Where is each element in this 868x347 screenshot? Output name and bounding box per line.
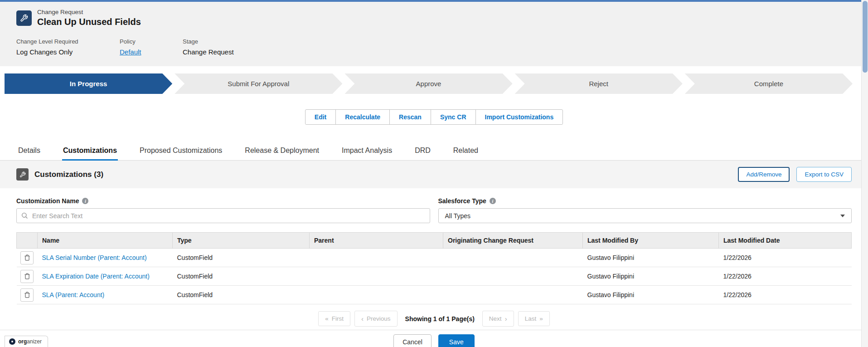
customizations-wrench-icon xyxy=(16,168,29,181)
next-page-label: Next xyxy=(489,315,502,322)
cancel-button[interactable]: Cancel xyxy=(393,334,432,347)
first-page-label: First xyxy=(332,315,344,322)
last-page-button[interactable]: Last xyxy=(518,311,550,326)
filter-bar: Customization Name Salesforce Type All T… xyxy=(0,197,868,223)
column-header-parent: Parent xyxy=(310,233,443,249)
tab-bar: Details Customizations Proposed Customiz… xyxy=(0,141,868,161)
column-header-originating-change-request: Originating Change Request xyxy=(443,233,583,249)
originating-change-request-cell xyxy=(443,286,583,304)
card-bottom-divider xyxy=(0,330,868,330)
table-row: SLA (Parent: Account) CustomField Gustav… xyxy=(17,286,852,304)
organizer-badge[interactable]: organizer xyxy=(5,336,48,347)
customization-link[interactable]: SLA (Parent: Account) xyxy=(42,291,105,298)
customization-name-label: Customization Name xyxy=(16,197,79,205)
field-value: Log Changes Only xyxy=(16,48,120,56)
stage-label: Reject xyxy=(589,80,608,88)
vertical-scrollbar[interactable] xyxy=(861,0,868,347)
search-icon xyxy=(21,212,28,219)
stage-approve[interactable]: Approve xyxy=(344,73,512,94)
delete-column-header xyxy=(17,233,38,249)
add-remove-button[interactable]: Add/Remove xyxy=(738,167,790,182)
import-customizations-button[interactable]: Import Customizations xyxy=(475,109,563,125)
stage-submit-for-approval[interactable]: Submit For Approval xyxy=(175,73,342,94)
field-value: Change Request xyxy=(183,48,234,56)
export-to-csv-button[interactable]: Export to CSV xyxy=(796,167,852,182)
record-type-label: Change Request xyxy=(37,9,141,15)
next-page-button[interactable]: Next xyxy=(482,311,514,327)
field-change-level-required: Change Level Required Log Changes Only xyxy=(16,38,120,56)
organizer-logo-text: organizer xyxy=(18,338,42,345)
table-header-row: Name Type Parent Originating Change Requ… xyxy=(17,233,852,249)
field-label: Policy xyxy=(120,38,183,45)
previous-page-button[interactable]: Previous xyxy=(354,311,398,327)
info-icon[interactable] xyxy=(82,198,88,204)
customization-link[interactable]: SLA Serial Number (Parent: Account) xyxy=(42,254,147,261)
field-label: Stage xyxy=(183,38,234,45)
sync-cr-button[interactable]: Sync CR xyxy=(431,109,476,125)
delete-row-button[interactable] xyxy=(20,270,34,283)
type-cell: CustomField xyxy=(173,249,310,267)
tab-impact-analysis[interactable]: Impact Analysis xyxy=(341,141,393,160)
save-button[interactable]: Save xyxy=(438,334,475,347)
stage-path: In Progress Submit For Approval Approve … xyxy=(5,73,853,94)
chevron-down-icon xyxy=(840,215,845,217)
last-modified-date-cell: 1/22/2026 xyxy=(719,267,852,286)
record-action-bar: Edit Recalculate Rescan Sync CR Import C… xyxy=(0,109,868,125)
originating-change-request-cell xyxy=(443,249,583,267)
rescan-button[interactable]: Rescan xyxy=(389,109,431,125)
customizations-section-header: Customizations (3) Add/Remove Export to … xyxy=(0,161,868,188)
last-modified-by-cell: Gustavo Filippini xyxy=(583,267,719,286)
last-page-label: Last xyxy=(525,315,537,322)
pagination-status: Showing 1 of 1 Page(s) xyxy=(405,315,475,323)
customization-name-filter: Customization Name xyxy=(16,197,430,223)
recalculate-button[interactable]: Recalculate xyxy=(335,109,390,125)
policy-link[interactable]: Default xyxy=(120,48,141,56)
footer-actions: Cancel Save xyxy=(0,334,868,347)
parent-cell xyxy=(310,249,443,267)
stage-reject[interactable]: Reject xyxy=(515,73,683,94)
table-row: SLA Expiration Date (Parent: Account) Cu… xyxy=(17,267,852,286)
pagination: First Previous Showing 1 of 1 Page(s) Ne… xyxy=(0,311,868,327)
type-cell: CustomField xyxy=(173,267,310,286)
delete-row-button[interactable] xyxy=(20,251,34,264)
edit-button[interactable]: Edit xyxy=(305,109,336,125)
type-cell: CustomField xyxy=(173,286,310,304)
column-header-name: Name xyxy=(38,233,173,249)
salesforce-type-select[interactable]: All Types xyxy=(438,208,852,223)
customization-link[interactable]: SLA Expiration Date (Parent: Account) xyxy=(42,273,150,280)
customization-name-search-input[interactable] xyxy=(16,208,430,223)
change-request-page: Change Request Clean Up Unused Fields Ch… xyxy=(0,0,868,347)
page-header: Change Request Clean Up Unused Fields Ch… xyxy=(0,2,868,66)
stage-label: Submit For Approval xyxy=(228,80,289,88)
previous-page-label: Previous xyxy=(367,315,391,322)
tab-customizations[interactable]: Customizations xyxy=(62,141,118,161)
tab-release-deployment[interactable]: Release & Deployment xyxy=(244,141,320,160)
change-request-icon xyxy=(16,10,32,26)
tab-related[interactable]: Related xyxy=(452,141,479,160)
last-modified-by-cell: Gustavo Filippini xyxy=(583,249,719,267)
tab-proposed-customizations[interactable]: Proposed Customizations xyxy=(139,141,223,160)
stage-in-progress[interactable]: In Progress xyxy=(5,73,172,94)
trash-icon xyxy=(24,254,30,261)
scrollbar-thumb[interactable] xyxy=(863,1,868,73)
tab-details[interactable]: Details xyxy=(17,141,41,160)
info-icon[interactable] xyxy=(490,198,496,204)
salesforce-type-label: Salesforce Type xyxy=(438,197,486,205)
organizer-logo-icon xyxy=(9,338,15,345)
last-modified-date-cell: 1/22/2026 xyxy=(719,286,852,304)
trash-icon xyxy=(24,292,30,298)
field-stage: Stage Change Request xyxy=(183,38,234,56)
table-row: SLA Serial Number (Parent: Account) Cust… xyxy=(17,249,852,267)
delete-row-button[interactable] xyxy=(20,288,34,302)
stage-complete[interactable]: Complete xyxy=(685,73,853,94)
last-modified-date-cell: 1/22/2026 xyxy=(719,249,852,267)
header-fields: Change Level Required Log Changes Only P… xyxy=(16,38,852,56)
trash-icon xyxy=(24,273,30,279)
selected-type-value: All Types xyxy=(445,212,471,220)
stage-label: In Progress xyxy=(70,80,107,88)
first-page-button[interactable]: First xyxy=(318,311,350,326)
section-title: Customizations (3) xyxy=(34,170,103,179)
tab-drd[interactable]: DRD xyxy=(414,141,432,160)
page-title: Clean Up Unused Fields xyxy=(37,17,141,27)
last-modified-by-cell: Gustavo Filippini xyxy=(583,286,719,304)
